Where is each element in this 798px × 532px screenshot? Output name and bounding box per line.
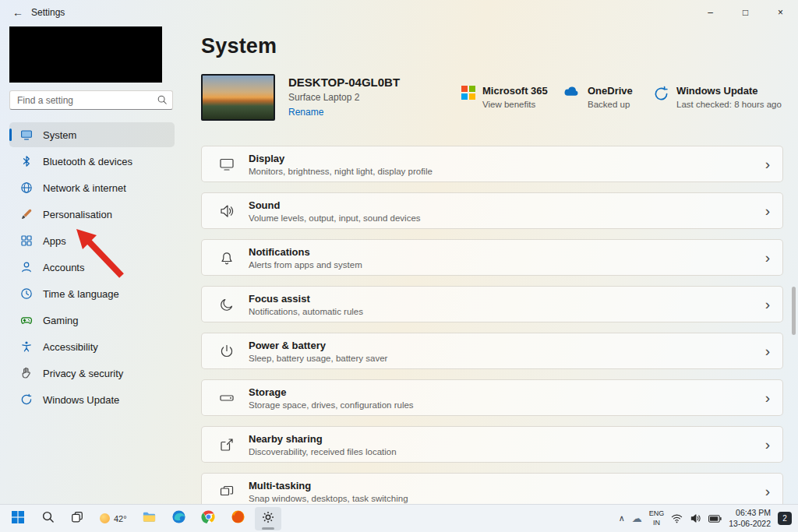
tray-expand-icon[interactable]: ∧ [619, 513, 625, 523]
scrollbar-thumb[interactable] [792, 287, 796, 335]
privacy-hand-icon [20, 367, 33, 379]
chevron-right-icon: › [765, 484, 770, 499]
sidebar-item-label: Apps [43, 235, 66, 247]
windows-update-icon [653, 86, 669, 109]
start-button[interactable] [5, 507, 31, 530]
widgets-weather-button[interactable]: 42° [94, 507, 133, 530]
file-explorer-button[interactable] [136, 507, 163, 530]
back-button[interactable]: ← [5, 1, 31, 24]
weather-temperature: 42° [114, 514, 127, 523]
firefox-icon [231, 509, 245, 527]
onedrive-card[interactable]: OneDrive Backed up [563, 85, 633, 109]
setting-subtitle: Discoverability, received files location [249, 447, 397, 456]
settings-window: ← Settings – □ × System Bluetooth & devi… [0, 0, 798, 532]
window-controls: – □ × [693, 0, 798, 25]
redacted-account-area [9, 26, 162, 83]
gamepad-icon [20, 314, 33, 326]
language-indicator[interactable]: ENG IN [649, 509, 665, 527]
sidebar-item-personalisation[interactable]: Personalisation [9, 202, 175, 227]
moon-icon [219, 297, 235, 312]
chevron-right-icon: › [765, 390, 770, 405]
wifi-icon[interactable] [671, 513, 683, 524]
sidebar-item-windows-update[interactable]: Windows Update [9, 387, 175, 412]
taskbar: 42° ∧ ☁ ENG IN [0, 504, 798, 532]
power-icon [219, 344, 235, 359]
setting-row-focus-assist[interactable]: Focus assist Notifications, automatic ru… [201, 286, 783, 322]
titlebar: ← Settings – □ × [0, 0, 798, 25]
page-title: System [201, 34, 783, 58]
brush-icon [20, 208, 33, 220]
sidebar-item-time-language[interactable]: Time & language [9, 281, 175, 306]
weather-sun-icon [100, 513, 110, 523]
setting-row-nearby-sharing[interactable]: Nearby sharing Discoverability, received… [201, 426, 783, 463]
search-icon [157, 94, 168, 108]
status-title: Microsoft 365 [482, 85, 548, 97]
chevron-right-icon: › [765, 203, 770, 218]
speaker-icon [219, 203, 235, 219]
rename-link[interactable]: Rename [288, 107, 400, 118]
task-view-icon [70, 510, 84, 527]
notification-count-badge[interactable]: 2 [778, 512, 792, 525]
sidebar-item-accessibility[interactable]: Accessibility [9, 334, 175, 359]
microsoft-365-card[interactable]: Microsoft 365 View benefits [461, 85, 548, 109]
chrome-button[interactable] [196, 507, 222, 530]
device-thumbnail [201, 74, 275, 121]
setting-title: Focus assist [249, 293, 363, 305]
sidebar-item-label: Bluetooth & devices [43, 156, 132, 167]
windows-update-card[interactable]: Windows Update Last checked: 8 hours ago [653, 85, 782, 109]
setting-row-notifications[interactable]: Notifications Alerts from apps and syste… [201, 239, 783, 276]
status-title: Windows Update [676, 85, 782, 97]
status-subtitle: Last checked: 8 hours ago [676, 100, 782, 109]
sidebar-item-label: Network & internet [43, 182, 126, 194]
person-icon [20, 261, 33, 273]
edge-button[interactable] [166, 507, 192, 530]
sidebar-item-label: Gaming [43, 315, 79, 326]
setting-row-power-battery[interactable]: Power & battery Sleep, battery usage, ba… [201, 333, 783, 369]
gear-icon [261, 510, 275, 527]
battery-icon[interactable] [708, 515, 722, 523]
search-input[interactable] [9, 90, 173, 110]
setting-row-sound[interactable]: Sound Volume levels, output, input, soun… [201, 192, 783, 229]
taskbar-clock[interactable]: 06:43 PM 13-06-2022 [729, 508, 771, 529]
sidebar-item-label: Personalisation [43, 209, 112, 220]
setting-subtitle: Snap windows, desktops, task switching [249, 494, 408, 503]
sidebar-item-network-internet[interactable]: Network & internet [9, 175, 175, 200]
chevron-right-icon: › [765, 250, 770, 265]
close-button[interactable]: × [763, 0, 798, 25]
setting-row-display[interactable]: Display Monitors, brightness, night ligh… [201, 146, 783, 182]
setting-row-storage[interactable]: Storage Storage space, drives, configura… [201, 379, 783, 416]
onedrive-tray-icon[interactable]: ☁ [632, 513, 642, 524]
language-line2: IN [649, 519, 665, 528]
maximize-button[interactable]: □ [728, 0, 763, 25]
taskbar-date: 13-06-2022 [729, 519, 771, 530]
setting-title: Sound [249, 199, 421, 211]
sidebar-item-privacy-security[interactable]: Privacy & security [9, 361, 175, 386]
setting-subtitle: Sleep, battery usage, battery saver [249, 354, 387, 363]
taskbar-tray: ∧ ☁ ENG IN 06:43 PM 13-06-2022 2 [619, 508, 798, 529]
sidebar-item-bluetooth-devices[interactable]: Bluetooth & devices [9, 149, 175, 174]
sidebar-item-label: Accessibility [43, 341, 98, 353]
view-benefits-link[interactable]: View benefits [482, 100, 548, 109]
sidebar-item-system[interactable]: System [9, 122, 175, 147]
taskbar-search-button[interactable] [34, 507, 61, 530]
globe-icon [20, 181, 33, 194]
chrome-icon [201, 509, 216, 527]
sidebar-item-label: Windows Update [43, 394, 119, 406]
minimize-button[interactable]: – [693, 0, 728, 25]
task-view-button[interactable] [64, 507, 90, 530]
settings-taskbar-button[interactable] [255, 507, 281, 530]
setting-title: Notifications [249, 246, 362, 258]
volume-icon[interactable] [690, 513, 701, 524]
setting-title: Storage [249, 386, 414, 398]
device-info: DESKTOP-04GL0BT Surface Laptop 2 Rename [288, 76, 400, 118]
status-title: OneDrive [588, 85, 633, 97]
setting-title: Display [249, 153, 433, 164]
system-icon [20, 129, 33, 141]
sidebar-item-gaming[interactable]: Gaming [9, 308, 175, 333]
setting-subtitle: Storage space, drives, configuration rul… [249, 400, 414, 410]
firefox-button[interactable] [225, 507, 252, 530]
bell-icon [219, 250, 235, 266]
edge-icon [171, 509, 186, 527]
device-name: DESKTOP-04GL0BT [288, 76, 400, 89]
chevron-right-icon: › [765, 344, 770, 358]
